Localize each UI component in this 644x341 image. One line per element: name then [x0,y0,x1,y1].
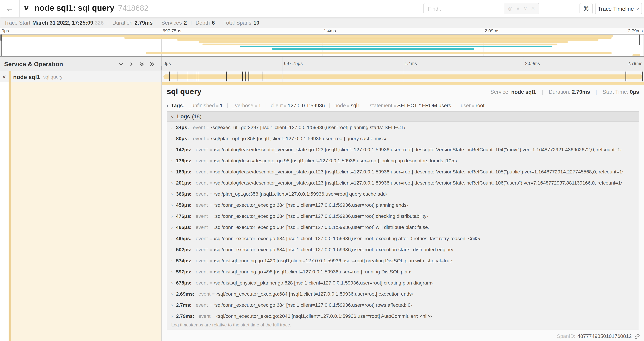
log-row[interactable]: ›366μs:event=‹sql/plan_opt.go:358 [nsql1… [167,188,639,199]
log-row[interactable]: ›459μs:event=‹sql/conn_executor_exec.go:… [167,199,639,210]
log-row[interactable]: ›502μs:event=‹sql/conn_executor_exec.go:… [167,244,639,255]
chevron-right-icon: › [171,269,172,274]
minimap-canvas[interactable] [0,34,644,57]
view-type-dropdown[interactable]: Trace Timeline ∨ [595,3,642,14]
chevron-right-icon: › [171,236,172,241]
logs-footer-note: Log timestamps are relative to the start… [167,321,639,329]
log-row[interactable]: ›597μs:event=‹sql/distsql_running.go:498… [167,266,639,277]
ruler-tick-label: 697.75μs [282,61,302,66]
depth-label: Depth [196,20,210,26]
equals-sign: = [472,103,474,108]
operation-name: sql query [43,74,62,79]
log-row[interactable]: ›34μs:event=‹sql/exec_util.go:2297 [nsql… [167,122,639,133]
tag-key: _unfinished [188,103,215,109]
log-timestamp: 2.7ms: [176,302,192,308]
chevron-right-icon: › [171,158,172,163]
log-value: ‹sql/conn_executor_exec.go:684 [nsql1,cl… [214,224,430,230]
log-field-name: event [196,257,208,263]
row-collapse-chevron-icon[interactable]: ∨ [2,74,6,79]
equals-sign: = [207,125,209,130]
back-button[interactable]: ← [0,0,20,17]
span-id-row: SpanID: 4877749850101760812 [557,333,640,339]
log-row[interactable]: ›142μs:event=‹sql/catalog/lease/descript… [167,144,639,155]
match-focus-icon[interactable]: ◎ [508,6,512,12]
minimap-tick-label: 2.09ms [483,29,500,33]
service-color-strip [9,71,11,82]
ruler-tick-label: 2.09ms [524,61,540,66]
log-row[interactable]: ›2.79ms:event=‹sql/conn_executor_exec.go… [167,310,639,321]
back-arrow-icon: ← [6,4,14,13]
span-bar-row[interactable] [162,71,644,82]
collapse-all-icon[interactable] [139,61,144,67]
trace-minimap[interactable]: 0μs697.75μs1.4ms2.09ms2.79ms [0,28,644,57]
deep-link-icon[interactable] [634,333,640,339]
duration-value: 2.79ms [134,20,153,26]
log-marker-tick [198,72,198,82]
clear-find-icon[interactable]: ✕ [531,6,535,12]
log-row[interactable]: ›201μs:event=‹sql/catalog/lease/descript… [167,177,639,188]
tag-value: root [476,103,484,109]
span-detail-panel: sql query Service: node sql1 | Duration:… [162,82,644,341]
row-gridline [403,71,403,82]
minimap-tick-label: 697.75μs [161,29,181,33]
log-value: ‹sql/plan_opt.go:358 [nsql1,client=127.0… [211,136,386,141]
chevron-right-icon: › [171,302,172,307]
log-row[interactable]: ›476μs:event=‹sql/conn_executor_exec.go:… [167,210,639,222]
equals-sign: = [347,103,350,108]
tags-accordion[interactable]: › Tags: _unfinished=1|_verbose=1|client=… [167,102,639,110]
equals-sign: = [210,191,212,196]
total-spans-label: Total Spans [224,20,251,26]
minimap-span-bar [177,39,598,41]
ruler-tick-label: 0μs [162,61,171,66]
logs-header[interactable]: ∨ Logs (18) [167,112,639,122]
prev-match-icon[interactable]: ∧ [516,6,520,12]
ruler-tick-label: 2.79ms [628,61,644,66]
tag-value: sql1 [351,103,360,109]
next-match-icon[interactable]: ∨ [524,6,527,12]
log-marker-tick [642,72,643,82]
logs-label: Logs [177,114,190,120]
right-scrubber-handle[interactable] [639,35,640,45]
log-field-name: event [196,158,208,163]
log-row[interactable]: ›495μs:event=‹sql/conn_executor_exec.go:… [167,233,639,244]
total-spans-value: 10 [254,20,259,26]
row-gridline [282,71,283,82]
left-scrubber-handle[interactable] [0,35,2,41]
column-resizer-grip[interactable]: ∥ [161,66,163,70]
collapse-one-icon[interactable] [118,61,124,67]
expand-one-icon[interactable] [129,61,134,67]
log-marker-tick [262,72,262,82]
log-marker-tick [627,72,627,82]
log-row[interactable]: ›678μs:event=‹sql/distsql_physical_plann… [167,277,639,288]
span-color-top-strip [162,82,644,85]
log-timestamp: 201μs: [176,180,192,186]
equals-sign: = [210,280,212,285]
tree-controls [118,61,155,67]
expand-all-icon[interactable] [149,61,155,67]
log-field-name: event [196,302,208,308]
span-tree-row[interactable]: ∨ node sql1 sql query [0,71,162,83]
logs-accordion: ∨ Logs (18) ›34μs:event=‹sql/exec_util.g… [167,111,639,330]
keyboard-shortcuts-button[interactable]: ⌘ [580,3,593,14]
chevron-right-icon: › [171,136,172,141]
log-row[interactable]: ›574μs:event=‹sql/distsql_running.go:142… [167,255,639,266]
log-row[interactable]: ›80μs:event=‹sql/plan_opt.go:358 [nsql1,… [167,133,639,144]
log-row[interactable]: ›189μs:event=‹sql/catalog/lease/descript… [167,166,639,177]
jaeger-trace-page: ← ∨ node sql1: sql query7418682 ◎ ∧ ∨ ✕ … [0,0,644,341]
log-marker-tick [625,72,626,82]
log-value: ‹sql/conn_executor_exec.go:684 [nsql1,cl… [214,202,408,208]
log-field-name: event [196,213,208,219]
log-timestamp: 486μs: [176,224,192,230]
equals-sign: = [210,302,212,307]
find-input[interactable] [424,3,504,14]
log-row[interactable]: ›2.7ms:event=‹sql/conn_executor_exec.go:… [167,299,639,310]
tag-key: user [461,103,471,109]
log-timestamp: 459μs: [176,202,192,208]
start-time-label: Start Time: [602,89,628,95]
log-value: ‹sql/exec_util.go:2297 [nsql1,client=127… [211,124,406,130]
trace-collapse-chevron-icon[interactable]: ∨ [23,4,30,12]
log-row[interactable]: ›176μs:event=‹sql/catalog/descs/descript… [167,155,639,166]
log-row[interactable]: ›2.69ms:event=‹sql/conn_executor_exec.go… [167,288,639,299]
log-timestamp: 476μs: [176,213,192,219]
log-row[interactable]: ›486μs:event=‹sql/conn_executor_exec.go:… [167,222,639,233]
